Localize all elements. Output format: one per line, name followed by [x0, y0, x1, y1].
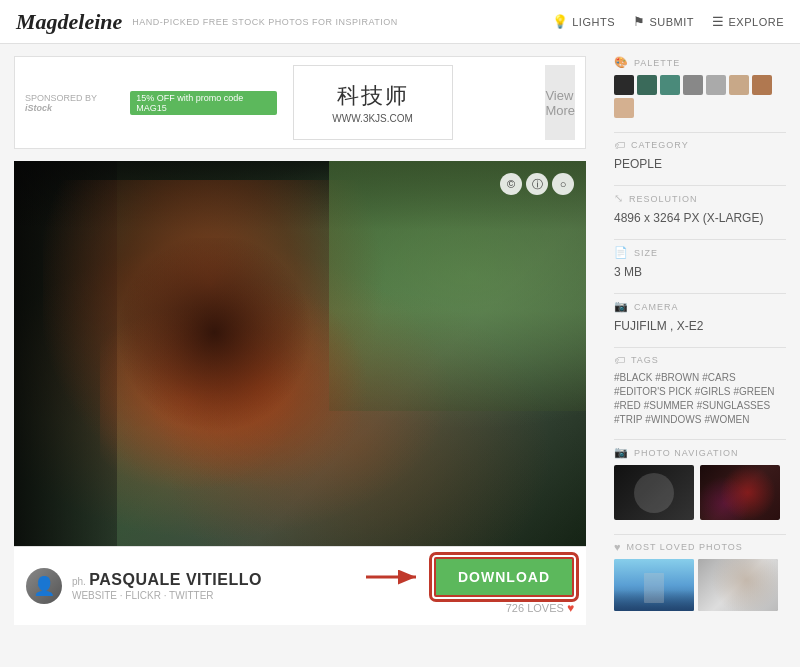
main-photo[interactable]: © ⓘ ○: [14, 161, 586, 546]
photo-nav-next[interactable]: [700, 465, 780, 520]
divider-5: [614, 347, 786, 348]
author-bar: 👤 ph. PASQUALE VITIELLO WEBSITE · FLICKR…: [14, 546, 586, 625]
author-website-link[interactable]: WEBSITE: [72, 590, 117, 601]
info-icon[interactable]: ⓘ: [526, 173, 548, 195]
ad-promo-code[interactable]: 15% OFF with promo code MAG15: [130, 91, 276, 115]
size-value: 3 MB: [614, 265, 786, 279]
swatch-1[interactable]: [637, 75, 657, 95]
ad-sponsored-label: SPONSORED BY iStock: [25, 93, 122, 113]
divider-6: [614, 439, 786, 440]
nav-lights[interactable]: 💡 LIGHTS: [552, 14, 615, 29]
logo[interactable]: Magdeleine: [16, 9, 122, 35]
size-title: 📄 SIZE: [614, 246, 786, 259]
palette-title: 🎨 PALETTE: [614, 56, 786, 69]
divider-7: [614, 534, 786, 535]
nav-submit[interactable]: ⚑ SUBMIT: [633, 14, 694, 29]
photo-person: [100, 238, 386, 508]
tag-girls[interactable]: #GIRLS: [695, 386, 731, 397]
author-name: PASQUALE VITIELLO: [89, 571, 262, 588]
swatch-2[interactable]: [660, 75, 680, 95]
swatch-4[interactable]: [706, 75, 726, 95]
tag-black[interactable]: #BLACK: [614, 372, 652, 383]
download-arrow-icon: [366, 562, 426, 592]
loves-count: 726 LOVES ♥: [506, 601, 574, 615]
ad-banner: SPONSORED BY iStock 15% OFF with promo c…: [14, 56, 586, 149]
author-links: WEBSITE · FLICKR · TWITTER: [72, 590, 262, 601]
tag-sunglasses[interactable]: #SUNGLASSES: [697, 400, 770, 411]
size-icon: 📄: [614, 246, 629, 259]
author-avatar: 👤: [26, 568, 62, 604]
category-value[interactable]: PEOPLE: [614, 157, 786, 171]
download-wrap: DOWNLOAD: [366, 557, 574, 597]
loved-photo-1[interactable]: [614, 559, 694, 611]
loved-photo-2[interactable]: [698, 559, 778, 611]
divider-2: [614, 185, 786, 186]
tag-summer[interactable]: #SUMMER: [644, 400, 694, 411]
swatch-7[interactable]: [614, 98, 634, 118]
tag-brown[interactable]: #BROWN: [655, 372, 699, 383]
category-icon: 🏷: [614, 139, 626, 151]
loves-number: 726 LOVES: [506, 602, 564, 614]
tags-label: TAGS: [631, 355, 659, 365]
tags-row: #BLACK #BROWN #CARS #EDITOR'S PICK #GIRL…: [614, 372, 786, 425]
most-loved-row: [614, 559, 786, 611]
ad-brand[interactable]: iStock: [25, 103, 52, 113]
header: Magdeleine HAND-PICKED FREE STOCK PHOTOS…: [0, 0, 800, 44]
download-button[interactable]: DOWNLOAD: [434, 557, 574, 597]
tag-green[interactable]: #GREEN: [733, 386, 774, 397]
swatch-5[interactable]: [729, 75, 749, 95]
palette-row: [614, 75, 786, 118]
photo-license: © ⓘ ○: [500, 173, 574, 195]
menu-icon: ☰: [712, 14, 725, 29]
nav-explore[interactable]: ☰ EXPLORE: [712, 14, 784, 29]
author-ph: ph. PASQUALE VITIELLO: [72, 571, 262, 589]
flag-icon: ⚑: [633, 14, 646, 29]
sidebar-palette: 🎨 PALETTE: [614, 56, 786, 118]
photo-nav-label: PHOTO NAVIGATION: [634, 448, 739, 458]
cc-icon[interactable]: ©: [500, 173, 522, 195]
swatch-6[interactable]: [752, 75, 772, 95]
divider-3: [614, 239, 786, 240]
nav-lights-label: LIGHTS: [572, 16, 615, 28]
ad-url: WWW.3KJS.COM: [332, 113, 413, 124]
palette-label: PALETTE: [634, 58, 680, 68]
sidebar-resolution: ⤡ RESOLUTION 4896 x 3264 PX (X-LARGE): [614, 192, 786, 225]
sidebar-most-loved: ♥ MOST LOVED PHOTOS: [614, 541, 786, 611]
ad-image[interactable]: 科技师 WWW.3KJS.COM: [293, 65, 453, 140]
ad-view-more-area[interactable]: View More: [545, 65, 575, 140]
download-area: DOWNLOAD 726 LOVES ♥: [366, 557, 574, 615]
category-label: CATEGORY: [631, 140, 689, 150]
sidebar-tags: 🏷 TAGS #BLACK #BROWN #CARS #EDITOR'S PIC…: [614, 354, 786, 425]
resolution-label: RESOLUTION: [629, 194, 698, 204]
photo-nav-title: 📷 PHOTO NAVIGATION: [614, 446, 786, 459]
share-icon[interactable]: ○: [552, 173, 574, 195]
lightbulb-icon: 💡: [552, 14, 569, 29]
tag-editors-pick[interactable]: #EDITOR'S PICK: [614, 386, 692, 397]
header-right: 💡 LIGHTS ⚑ SUBMIT ☰ EXPLORE: [552, 14, 784, 29]
sidebar-camera: 📷 CAMERA FUJIFILM , X-E2: [614, 300, 786, 333]
swatch-3[interactable]: [683, 75, 703, 95]
tag-red[interactable]: #RED: [614, 400, 641, 411]
logo-tagline: HAND-PICKED FREE STOCK PHOTOS FOR INSPIR…: [132, 17, 398, 27]
sidebar-photo-nav: 📷 PHOTO NAVIGATION: [614, 446, 786, 520]
arrow-svg: [366, 562, 426, 592]
heart-sidebar-icon: ♥: [614, 541, 622, 553]
tag-windows[interactable]: #WINDOWS: [645, 414, 701, 425]
camera-title: 📷 CAMERA: [614, 300, 786, 313]
nav-submit-label: SUBMIT: [649, 16, 694, 28]
ph-label: ph.: [72, 576, 86, 587]
sidebar-size: 📄 SIZE 3 MB: [614, 246, 786, 279]
swatch-0[interactable]: [614, 75, 634, 95]
header-left: Magdeleine HAND-PICKED FREE STOCK PHOTOS…: [16, 9, 398, 35]
heart-icon[interactable]: ♥: [567, 601, 574, 615]
photo-nav-prev[interactable]: [614, 465, 694, 520]
tag-women[interactable]: #WOMEN: [704, 414, 749, 425]
tag-cars[interactable]: #CARS: [702, 372, 735, 383]
nav-explore-label: EXPLORE: [729, 16, 784, 28]
divider-1: [614, 132, 786, 133]
author-flickr-link[interactable]: FLICKR: [125, 590, 161, 601]
most-loved-title: ♥ MOST LOVED PHOTOS: [614, 541, 786, 553]
tag-trip[interactable]: #TRIP: [614, 414, 642, 425]
tags-icon: 🏷: [614, 354, 626, 366]
author-twitter-link[interactable]: TWITTER: [169, 590, 213, 601]
